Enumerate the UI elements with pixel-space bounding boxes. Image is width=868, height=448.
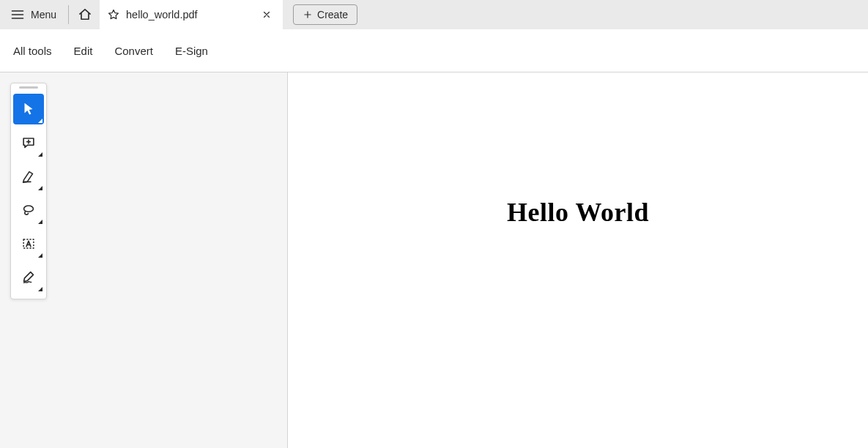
textbox-icon — [21, 236, 37, 252]
tab-title: hello_world.pdf — [126, 9, 198, 20]
draw-tool[interactable] — [13, 195, 44, 225]
home-icon — [78, 7, 92, 22]
menu-bar: All tools Edit Convert E-Sign — [0, 29, 868, 72]
submenu-corner-icon — [38, 220, 42, 224]
submenu-corner-icon — [38, 253, 42, 258]
sign-icon — [21, 269, 37, 285]
cursor-icon — [21, 101, 37, 117]
menu-esign[interactable]: E-Sign — [175, 45, 208, 57]
star-outline-icon[interactable] — [107, 8, 120, 21]
tab-close-button[interactable] — [259, 7, 274, 22]
document-tab[interactable]: hello_world.pdf — [100, 0, 283, 29]
draw-icon — [21, 202, 37, 218]
textbox-tool[interactable] — [13, 228, 44, 259]
tool-panel — [10, 83, 47, 299]
menu-all-tools[interactable]: All tools — [13, 45, 52, 57]
close-icon — [261, 10, 272, 20]
selection-tool[interactable] — [13, 94, 44, 124]
document-pane[interactable]: Hello World — [288, 72, 868, 448]
create-label: Create — [317, 9, 348, 20]
left-column — [0, 72, 288, 448]
home-button[interactable] — [70, 0, 100, 29]
divider — [68, 5, 69, 24]
hamburger-icon — [10, 7, 25, 22]
title-bar: Menu hello_world.pdf Create — [0, 0, 868, 29]
submenu-corner-icon — [38, 152, 42, 157]
create-button[interactable]: Create — [293, 4, 357, 25]
submenu-corner-icon — [38, 119, 42, 123]
document-heading: Hello World — [507, 197, 649, 228]
submenu-corner-icon — [38, 186, 42, 190]
menu-button[interactable]: Menu — [0, 0, 67, 29]
highlight-icon — [21, 168, 37, 184]
menu-edit[interactable]: Edit — [74, 45, 93, 57]
submenu-corner-icon — [38, 287, 42, 291]
tool-panel-grip[interactable] — [11, 83, 46, 91]
sign-tool[interactable] — [13, 262, 44, 293]
comment-icon — [21, 135, 37, 151]
menu-label: Menu — [31, 9, 56, 20]
menu-convert[interactable]: Convert — [114, 45, 153, 57]
plus-icon — [303, 10, 313, 20]
comment-tool[interactable] — [13, 127, 44, 158]
workspace: Hello World — [0, 72, 868, 448]
highlight-tool[interactable] — [13, 161, 44, 192]
